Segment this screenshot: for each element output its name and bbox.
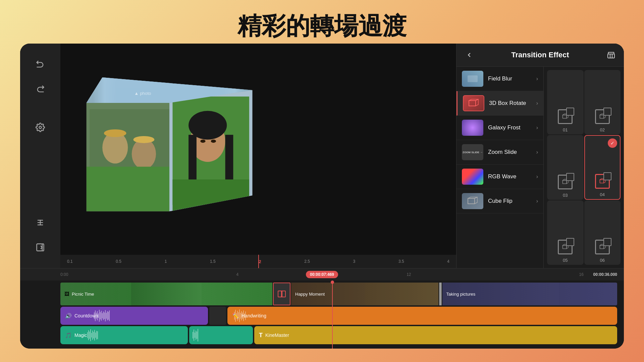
effect-item-3d-box-rotate[interactable]: 3D Box Rotate › [457, 91, 543, 116]
time-mark-8: 4 [236, 272, 238, 277]
app-container: 0.1 0.5 1 1.5 2 2.5 3 3.5 4 [20, 44, 624, 349]
svg-marker-38 [563, 114, 569, 115]
preview-cell-02[interactable]: 02 [584, 70, 621, 134]
preview-label-03: 03 [563, 193, 568, 198]
main-title: 精彩的轉場過渡 [0, 10, 644, 42]
svg-rect-34 [468, 198, 475, 204]
redo-button[interactable] [33, 82, 48, 97]
svg-rect-40 [600, 115, 604, 118]
ruler-mark-5: 2.5 [304, 259, 310, 264]
sidebar [20, 44, 60, 268]
svg-rect-31 [469, 101, 476, 106]
preview-label-04: 04 [600, 192, 605, 197]
svg-rect-46 [600, 180, 604, 183]
shop-button[interactable] [605, 49, 617, 61]
effect-item-cube-flip[interactable]: Cube Flip › [457, 189, 543, 214]
svg-rect-25 [189, 135, 197, 186]
ruler-mark-4: 2 [259, 259, 261, 264]
audio-label-magic: Magic [74, 333, 87, 338]
svg-marker-50 [563, 244, 569, 245]
transition-marker[interactable] [273, 283, 290, 305]
audio-icon-kinemaster: T [259, 332, 263, 339]
effect-arrow-3d-box-rotate: › [536, 100, 538, 106]
effect-item-rgb-wave[interactable]: RGB Wave › [457, 165, 543, 189]
back-button[interactable] [463, 49, 475, 61]
current-time-badge: 00:00:07:469 [306, 271, 338, 278]
clip-happy-moment[interactable]: Happy Moment [291, 283, 438, 305]
undo-button[interactable] [33, 57, 48, 72]
ruler-mark-2: 1 [165, 259, 167, 264]
svg-rect-52 [600, 245, 604, 249]
clip-taking-pictures[interactable]: Taking pictures [442, 283, 617, 305]
ruler-mark-1: 0.5 [116, 259, 121, 264]
audio-clip-handwriting[interactable]: ✏️ Handwriting [227, 307, 617, 325]
svg-point-27 [200, 139, 205, 143]
svg-rect-29 [173, 179, 249, 211]
preview-cell-06[interactable]: 06 [584, 200, 621, 265]
audio-icon-magic: 🎵 [65, 332, 72, 339]
time-mark-16: 12 [407, 272, 411, 277]
svg-marker-47 [600, 178, 605, 179]
time-mark-0: 0:00 [60, 272, 68, 277]
import-button[interactable] [33, 240, 48, 255]
svg-marker-36 [475, 197, 477, 204]
svg-point-17 [104, 129, 126, 137]
ruler-mark-3: 1.5 [210, 259, 216, 264]
preview-label-05: 05 [563, 258, 568, 263]
clip-picnic-time[interactable]: 🖼 Picnic Time [60, 283, 272, 305]
svg-marker-44 [563, 179, 569, 180]
clip-label-happy: Happy Moment [295, 292, 325, 297]
effect-arrow-galaxy-frost: › [536, 125, 538, 131]
video-track: 🖼 Picnic Time [60, 283, 617, 305]
clip-label-picnic: Picnic Time [72, 292, 94, 297]
settings-button[interactable] [33, 120, 48, 135]
effect-name-field-blur: Field Blur [488, 75, 532, 82]
preview-grid: 01 02 [544, 67, 624, 268]
svg-point-28 [211, 139, 216, 143]
transition-panel-title: Transition Effect [475, 51, 605, 59]
preview-label-01: 01 [563, 127, 568, 132]
svg-rect-43 [563, 180, 567, 184]
effect-item-zoom-slide[interactable]: ZOOM SLIDE → Zoom Slide › [457, 140, 543, 165]
layers-button[interactable] [33, 215, 48, 230]
ruler-mark-7: 3.5 [398, 259, 404, 264]
audio-clip-magic[interactable]: 🎵 Magic [60, 326, 188, 344]
effect-name-zoom-slide: Zoom Slide [488, 149, 532, 156]
ruler-mark-0: 0.1 [67, 259, 73, 264]
svg-point-18 [133, 136, 154, 143]
audio-track-1: 🔊 Countdown [60, 307, 617, 325]
effect-arrow-cube-flip: › [536, 198, 538, 204]
svg-rect-30 [608, 54, 614, 58]
preview-cell-03[interactable]: 03 [547, 135, 584, 199]
effect-item-galaxy-frost[interactable]: Galaxy Frost › [457, 116, 543, 140]
svg-rect-26 [225, 135, 233, 186]
preview-cell-04[interactable]: ✓ 04 [584, 135, 621, 199]
svg-point-16 [132, 139, 156, 169]
preview-label-02: 02 [600, 127, 605, 132]
effect-name-3d-box-rotate: 3D Box Rotate [489, 100, 532, 107]
preview-cell-01[interactable]: 01 [547, 70, 584, 134]
video-preview: 0.1 0.5 1 1.5 2 2.5 3 3.5 4 [60, 44, 456, 268]
svg-rect-5 [37, 244, 42, 251]
svg-text:▲ photo: ▲ photo [134, 91, 151, 96]
effect-name-rgb-wave: RGB Wave [488, 173, 532, 180]
audio-clip-magic-2[interactable] [189, 326, 253, 344]
svg-rect-19 [87, 167, 169, 211]
audio-clip-countdown[interactable]: 🔊 Countdown [60, 307, 208, 325]
playhead [332, 281, 333, 349]
svg-marker-53 [600, 244, 605, 245]
preview-cell-05[interactable]: 05 [547, 200, 584, 265]
audio-track-2: 🎵 Magic T [60, 326, 617, 344]
time-mark-24: 16 [579, 272, 584, 277]
audio-clip-kinemaster[interactable]: T KineMaster [254, 326, 617, 344]
svg-marker-33 [476, 99, 478, 106]
effect-arrow-zoom-slide: › [536, 149, 538, 155]
effect-name-galaxy-frost: Galaxy Frost [488, 124, 532, 131]
audio-label-kinemaster: KineMaster [265, 333, 289, 338]
effect-arrow-rgb-wave: › [536, 174, 538, 180]
cut-marker [439, 283, 442, 305]
audio-icon-countdown: 🔊 [65, 313, 72, 319]
effect-item-field-blur[interactable]: Field Blur › [457, 67, 543, 91]
audio-icon-handwriting: ✏️ [232, 313, 239, 319]
end-time: 00:00:36.000 [593, 272, 617, 277]
